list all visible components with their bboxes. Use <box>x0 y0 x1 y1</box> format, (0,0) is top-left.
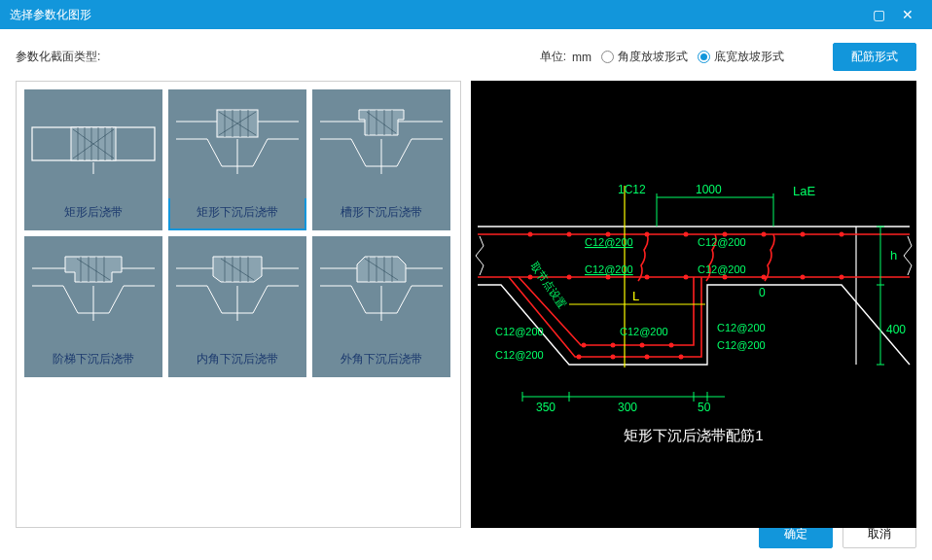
dim-L: L <box>632 289 639 303</box>
svg-point-45 <box>582 343 587 348</box>
svg-point-28 <box>567 232 572 237</box>
card-rect-post-cast[interactable]: 矩形后浇带 <box>24 89 162 230</box>
svg-point-27 <box>528 232 533 237</box>
svg-point-41 <box>723 275 728 280</box>
close-button[interactable]: ✕ <box>893 0 922 29</box>
svg-point-47 <box>640 343 645 348</box>
svg-point-40 <box>684 275 689 280</box>
card-outer-corner-sunken-post-cast[interactable]: 外角下沉后浇带 <box>312 236 450 377</box>
titlebar: 选择参数化图形 ▢ ✕ <box>0 0 932 29</box>
lbl-c12-f: C12@200 <box>495 349 544 361</box>
card-inner-corner-sunken-post-cast[interactable]: 内角下沉后浇带 <box>168 236 306 377</box>
unit-value: mm <box>572 51 591 64</box>
svg-point-42 <box>762 275 767 280</box>
svg-point-51 <box>645 355 650 360</box>
rebar-form-button[interactable]: 配筋形式 <box>833 43 916 71</box>
dim-300: 300 <box>618 401 637 414</box>
svg-point-49 <box>577 355 582 360</box>
dim-400: 400 <box>886 323 906 336</box>
svg-point-30 <box>645 232 650 237</box>
svg-point-31 <box>684 232 689 237</box>
unit-label: 单位: <box>540 49 566 65</box>
svg-point-44 <box>840 275 844 280</box>
lbl-c12-d: C12@200 <box>698 263 746 275</box>
svg-point-38 <box>606 275 611 280</box>
lbl-c12-i: C12@200 <box>717 339 766 351</box>
preview-canvas: L 1C12 1000 LaE C12@200 C12@200 <box>471 81 916 528</box>
svg-point-39 <box>645 275 650 280</box>
dim-zero: 0 <box>759 286 766 299</box>
card-rect-sunken-post-cast[interactable]: 矩形下沉后浇带 <box>168 89 306 230</box>
svg-point-46 <box>611 343 616 348</box>
card-step-sunken-post-cast[interactable]: 阶梯下沉后浇带 <box>24 236 162 377</box>
radio-angle-label: 角度放坡形式 <box>618 49 688 65</box>
card-label: 槽形下沉后浇带 <box>312 198 450 230</box>
dim-350: 350 <box>536 401 556 414</box>
dim-1000: 1000 <box>696 183 722 196</box>
lbl-c12-e: C12@200 <box>495 326 544 337</box>
svg-point-37 <box>567 275 572 280</box>
preview-svg: L 1C12 1000 LaE C12@200 C12@200 <box>471 81 916 528</box>
svg-point-52 <box>679 355 684 360</box>
note-text: 取节点设置 <box>528 260 568 310</box>
svg-point-35 <box>840 232 844 237</box>
lbl-1c12: 1C12 <box>618 183 646 196</box>
content: 参数化截面类型: 单位: mm 角度放坡形式 底宽放坡形式 配筋形式 <box>0 29 932 560</box>
svg-point-34 <box>801 232 806 237</box>
lbl-c12-a: C12@200 <box>585 236 633 248</box>
card-label: 矩形后浇带 <box>24 198 162 230</box>
card-label: 阶梯下沉后浇带 <box>24 345 162 377</box>
unit-group: 单位: mm <box>540 49 591 65</box>
dim-h: h <box>890 248 897 262</box>
lbl-c12-c: C12@200 <box>585 263 633 275</box>
svg-point-36 <box>528 275 533 280</box>
window-title: 选择参数化图形 <box>10 7 864 23</box>
preview-title: 矩形下沉后浇带配筋1 <box>624 427 763 443</box>
lbl-c12-b: C12@200 <box>698 236 746 248</box>
svg-point-50 <box>611 355 616 360</box>
section-type-label: 参数化截面类型: <box>16 49 100 65</box>
lbl-c12-g: C12@200 <box>620 326 668 337</box>
main-row: 矩形后浇带 矩形下沉后浇带 <box>16 81 916 508</box>
radio-width-slope[interactable]: 底宽放坡形式 <box>698 49 784 65</box>
section-gallery: 矩形后浇带 矩形下沉后浇带 <box>16 81 461 528</box>
card-label: 矩形下沉后浇带 <box>168 198 306 230</box>
card-label: 外角下沉后浇带 <box>312 345 450 377</box>
svg-point-48 <box>669 343 674 348</box>
header-row: 参数化截面类型: 单位: mm 角度放坡形式 底宽放坡形式 配筋形式 <box>16 43 916 71</box>
lbl-LaE: LaE <box>793 184 815 198</box>
radio-angle-slope[interactable]: 角度放坡形式 <box>601 49 688 65</box>
card-label: 内角下沉后浇带 <box>168 345 306 377</box>
maximize-button[interactable]: ▢ <box>864 0 893 29</box>
svg-point-33 <box>762 232 767 237</box>
card-groove-sunken-post-cast[interactable]: 槽形下沉后浇带 <box>312 89 450 230</box>
dim-50: 50 <box>698 401 711 414</box>
lbl-c12-h: C12@200 <box>717 322 766 333</box>
radio-width-label: 底宽放坡形式 <box>714 49 784 65</box>
svg-point-43 <box>801 275 806 280</box>
